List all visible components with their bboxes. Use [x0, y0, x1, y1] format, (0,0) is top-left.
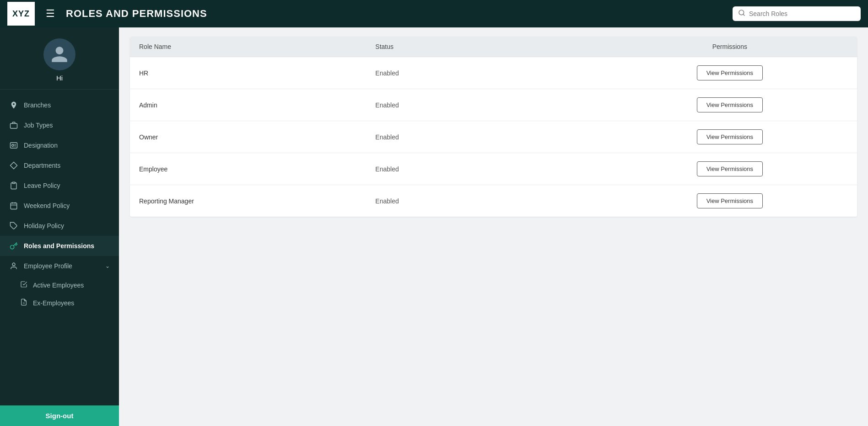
user-section: Hi — [0, 27, 119, 90]
sidebar-item-label-designation: Designation — [24, 142, 58, 149]
table-row: Reporting Manager Enabled View Permissio… — [130, 185, 857, 217]
hamburger-icon[interactable]: ☰ — [42, 6, 59, 21]
diamond-icon — [9, 161, 18, 170]
avatar — [43, 38, 75, 70]
location-icon — [9, 101, 18, 110]
svg-rect-2 — [11, 123, 17, 128]
col-header-permissions: Permissions — [612, 43, 848, 50]
view-permissions-button-employee[interactable]: View Permissions — [697, 161, 763, 176]
col-header-role-name: Role Name — [139, 43, 375, 50]
svg-marker-5 — [11, 162, 17, 169]
cell-role-owner: Owner — [139, 133, 375, 141]
id-card-icon — [9, 141, 18, 150]
cell-role-reporting-manager: Reporting Manager — [139, 197, 375, 205]
nav-section: Branches Job Types Designation Departmen… — [0, 90, 119, 405]
briefcase-icon — [9, 121, 18, 130]
sidebar-item-label-roles-permissions: Roles and Permissions — [24, 242, 94, 250]
page-title: ROLES AND PERMISSIONS — [66, 8, 725, 20]
search-box — [733, 6, 861, 21]
sidebar-item-label-holiday-policy: Holiday Policy — [24, 222, 64, 229]
cell-status-admin: Enabled — [375, 101, 611, 109]
table-header: Role Name Status Permissions — [130, 37, 857, 57]
table-row: Employee Enabled View Permissions — [130, 153, 857, 185]
sidebar-item-job-types[interactable]: Job Types — [0, 115, 119, 135]
sidebar-item-designation[interactable]: Designation — [0, 135, 119, 155]
cell-status-reporting-manager: Enabled — [375, 197, 611, 205]
topbar: XYZ ☰ ROLES AND PERMISSIONS — [0, 0, 868, 27]
cell-role-employee: Employee — [139, 165, 375, 173]
calendar-icon — [9, 201, 18, 210]
cell-perm-employee: View Permissions — [612, 161, 848, 176]
sidebar-item-label-departments: Departments — [24, 162, 60, 169]
logo: XYZ — [7, 2, 35, 26]
sidebar-item-leave-policy[interactable]: Leave Policy — [0, 176, 119, 196]
sidebar-item-label-leave-policy: Leave Policy — [24, 182, 60, 189]
chevron-down-icon: ⌄ — [105, 263, 110, 269]
sidebar-item-label-job-types: Job Types — [24, 122, 53, 129]
content-area: Role Name Status Permissions HR Enabled … — [119, 27, 868, 426]
sidebar-item-ex-employees[interactable]: Ex-Employees — [0, 294, 119, 312]
table-row: Owner Enabled View Permissions — [130, 121, 857, 153]
cell-perm-owner: View Permissions — [612, 129, 848, 144]
check-square-icon — [20, 281, 27, 289]
view-permissions-button-reporting-manager[interactable]: View Permissions — [697, 193, 763, 208]
roles-table: Role Name Status Permissions HR Enabled … — [130, 37, 857, 217]
cell-status-employee: Enabled — [375, 165, 611, 173]
main-layout: Hi Branches Job Types Designation — [0, 27, 868, 426]
sidebar: Hi Branches Job Types Designation — [0, 27, 119, 426]
svg-point-4 — [12, 144, 14, 147]
sidebar-item-label-employee-profile: Employee Profile — [24, 262, 72, 270]
sidebar-item-weekend-policy[interactable]: Weekend Policy — [0, 196, 119, 216]
user-card-icon — [9, 261, 18, 271]
svg-point-12 — [12, 263, 15, 266]
cell-status-hr: Enabled — [375, 69, 611, 77]
sidebar-item-employee-profile[interactable]: Employee Profile ⌄ — [0, 256, 119, 276]
cell-perm-hr: View Permissions — [612, 65, 848, 80]
sidebar-item-roles-permissions[interactable]: Roles and Permissions — [0, 236, 119, 256]
cell-perm-admin: View Permissions — [612, 97, 848, 112]
sidebar-item-label-weekend-policy: Weekend Policy — [24, 202, 70, 209]
sidebar-item-holiday-policy[interactable]: Holiday Policy — [0, 216, 119, 236]
svg-rect-6 — [12, 182, 15, 184]
search-input[interactable] — [749, 10, 855, 17]
search-icon — [738, 9, 745, 18]
sidebar-sub-item-label-active: Active Employees — [33, 282, 84, 289]
col-header-status: Status — [375, 43, 611, 50]
view-permissions-button-owner[interactable]: View Permissions — [697, 129, 763, 144]
sidebar-sub-item-label-ex: Ex-Employees — [33, 299, 74, 307]
key-icon — [9, 241, 18, 250]
cell-role-hr: HR — [139, 69, 375, 77]
table-row: Admin Enabled View Permissions — [130, 89, 857, 121]
cell-status-owner: Enabled — [375, 133, 611, 141]
clipboard-icon — [9, 181, 18, 190]
cell-role-admin: Admin — [139, 101, 375, 109]
file-minus-icon — [20, 298, 27, 307]
sidebar-item-branches[interactable]: Branches — [0, 95, 119, 115]
sidebar-item-departments[interactable]: Departments — [0, 155, 119, 176]
svg-rect-7 — [11, 203, 17, 209]
sidebar-item-label-branches: Branches — [24, 101, 51, 109]
signout-button[interactable]: Sign-out — [0, 405, 119, 426]
cell-perm-reporting-manager: View Permissions — [612, 193, 848, 208]
view-permissions-button-hr[interactable]: View Permissions — [697, 65, 763, 80]
user-greeting: Hi — [56, 74, 63, 82]
table-row: HR Enabled View Permissions — [130, 57, 857, 89]
sidebar-item-active-employees[interactable]: Active Employees — [0, 276, 119, 294]
tag-icon — [9, 221, 18, 230]
svg-line-1 — [743, 14, 744, 16]
view-permissions-button-admin[interactable]: View Permissions — [697, 97, 763, 112]
